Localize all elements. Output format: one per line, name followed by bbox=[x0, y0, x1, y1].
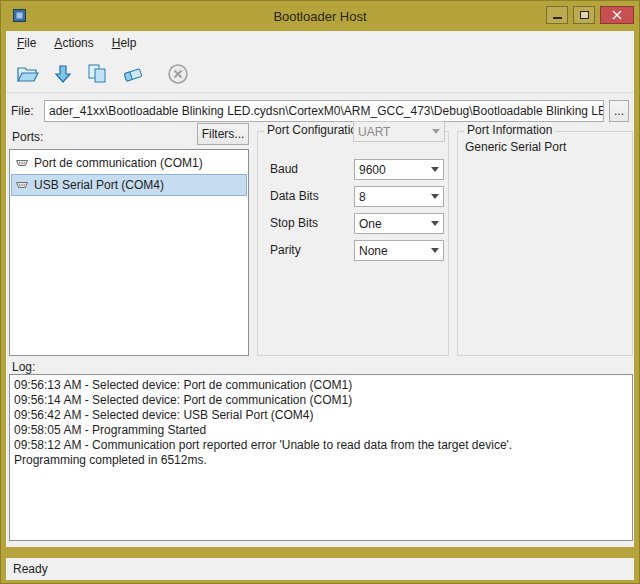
baud-label: Baud bbox=[270, 159, 298, 180]
minimize-button[interactable] bbox=[546, 6, 568, 24]
baud-row: Baud 9600 bbox=[258, 159, 448, 180]
log-label: Log: bbox=[12, 360, 35, 374]
port-configuration-title: Port Configuration bbox=[264, 123, 367, 137]
serial-port-icon bbox=[15, 157, 29, 169]
filters-button[interactable]: Filters... bbox=[197, 123, 249, 145]
port-item-label: USB Serial Port (COM4) bbox=[34, 178, 164, 192]
minimize-icon bbox=[553, 17, 562, 19]
chevron-down-icon bbox=[427, 167, 443, 172]
log-line: 09:56:13 AM - Selected device: Port de c… bbox=[14, 378, 628, 393]
port-information-group: Port Information Generic Serial Port bbox=[457, 131, 633, 356]
erase-button[interactable] bbox=[117, 59, 149, 89]
port-information-title: Port Information bbox=[464, 123, 555, 137]
chevron-down-icon bbox=[427, 248, 443, 253]
file-path-value: ader_41xx\Bootloadable Blinking LED.cyds… bbox=[49, 104, 604, 118]
maximize-button[interactable] bbox=[573, 6, 595, 24]
parity-label: Parity bbox=[270, 240, 301, 261]
program-button[interactable] bbox=[47, 59, 79, 89]
log-line: 09:58:12 AM - Communication port reporte… bbox=[14, 438, 628, 453]
open-file-button[interactable] bbox=[12, 59, 44, 89]
serial-port-icon bbox=[15, 179, 29, 191]
menu-help[interactable]: Help bbox=[103, 31, 146, 55]
program-arrow-icon bbox=[52, 63, 74, 85]
verify-button[interactable] bbox=[82, 59, 114, 89]
parity-row: Parity None bbox=[258, 240, 448, 261]
abort-icon bbox=[166, 62, 190, 86]
bootloader-host-window: Bootloader Host File Actions Help bbox=[0, 0, 640, 584]
file-row: File: ader_41xx\Bootloadable Blinking LE… bbox=[11, 99, 629, 123]
stop-bits-row: Stop Bits One bbox=[258, 213, 448, 234]
ports-label: Ports: bbox=[12, 130, 43, 144]
port-item-com4[interactable]: USB Serial Port (COM4) bbox=[11, 174, 247, 196]
app-icon bbox=[12, 8, 27, 23]
close-button[interactable] bbox=[600, 6, 634, 24]
open-folder-icon bbox=[16, 63, 40, 85]
chevron-down-icon bbox=[427, 221, 443, 226]
chevron-down-icon bbox=[428, 129, 444, 134]
port-information-text: Generic Serial Port bbox=[465, 140, 566, 154]
log-output[interactable]: 09:56:13 AM - Selected device: Port de c… bbox=[9, 374, 633, 541]
log-line: 09:56:42 AM - Selected device: USB Seria… bbox=[14, 408, 628, 423]
window-title: Bootloader Host bbox=[1, 9, 639, 24]
maximize-icon bbox=[580, 11, 589, 19]
data-bits-label: Data Bits bbox=[270, 186, 319, 207]
file-path-input[interactable]: ader_41xx\Bootloadable Blinking LED.cyds… bbox=[44, 100, 604, 122]
close-icon bbox=[612, 10, 622, 20]
erase-icon bbox=[121, 63, 145, 85]
status-text: Ready bbox=[13, 562, 48, 576]
port-item-label: Port de communication (COM1) bbox=[34, 156, 203, 170]
abort-button bbox=[162, 59, 194, 89]
port-configuration-group: Port Configuration UART Baud 9600 Data B… bbox=[257, 131, 449, 356]
log-line: Programming completed in 6512ms. bbox=[14, 453, 628, 468]
protocol-dropdown: UART bbox=[353, 121, 445, 142]
data-bits-dropdown[interactable]: 8 bbox=[354, 186, 444, 207]
menu-actions[interactable]: Actions bbox=[45, 31, 102, 55]
progress-bar bbox=[6, 547, 634, 558]
log-line: 09:56:14 AM - Selected device: Port de c… bbox=[14, 393, 628, 408]
toolbar bbox=[6, 55, 634, 93]
file-label: File: bbox=[11, 104, 39, 118]
caption-buttons bbox=[546, 6, 634, 24]
log-line: 09:58:05 AM - Programming Started bbox=[14, 423, 628, 438]
browse-button[interactable]: ... bbox=[609, 100, 629, 122]
data-bits-row: Data Bits 8 bbox=[258, 186, 448, 207]
stop-bits-label: Stop Bits bbox=[270, 213, 318, 234]
chevron-down-icon bbox=[427, 194, 443, 199]
port-item-com1[interactable]: Port de communication (COM1) bbox=[11, 152, 247, 174]
verify-copy-icon bbox=[86, 63, 110, 85]
ports-list[interactable]: Port de communication (COM1) USB Serial … bbox=[9, 149, 249, 356]
stop-bits-dropdown[interactable]: One bbox=[354, 213, 444, 234]
baud-dropdown[interactable]: 9600 bbox=[354, 159, 444, 180]
titlebar: Bootloader Host bbox=[1, 1, 639, 31]
client-area: File Actions Help bbox=[6, 31, 634, 578]
menu-file[interactable]: File bbox=[8, 31, 45, 55]
statusbar: Ready bbox=[6, 558, 634, 580]
menubar: File Actions Help bbox=[6, 31, 634, 55]
parity-dropdown[interactable]: None bbox=[354, 240, 444, 261]
